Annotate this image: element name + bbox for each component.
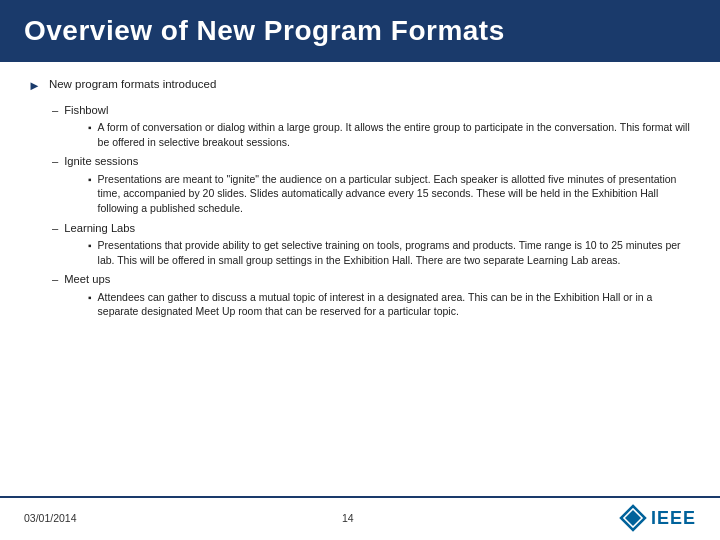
section-learning-label: Learning Labs — [64, 220, 135, 236]
section-meetups-label: Meet ups — [64, 271, 110, 287]
meetups-bullet-1: ▪ Attendees can gather to discuss a mutu… — [88, 290, 692, 319]
slide: Overview of New Program Formats ► New pr… — [0, 0, 720, 540]
top-bullet: ► New program formats introduced — [28, 76, 692, 96]
section-fishbowl-header: – Fishbowl — [52, 102, 692, 118]
slide-footer: 03/01/2014 14 IEEE — [0, 496, 720, 540]
sub-bullet-marker-icon: ▪ — [88, 121, 92, 136]
learning-bullet-1: ▪ Presentations that provide ability to … — [88, 238, 692, 267]
ignite-bullet-1: ▪ Presentations are meant to "ignite" th… — [88, 172, 692, 216]
footer-page-number: 14 — [342, 512, 354, 524]
section-learning-header: – Learning Labs — [52, 220, 692, 236]
ieee-diamond-icon — [619, 504, 647, 532]
section-fishbowl-label: Fishbowl — [64, 102, 108, 118]
slide-title: Overview of New Program Formats — [24, 15, 505, 47]
dash-icon-2: – — [52, 153, 58, 169]
top-bullet-text: New program formats introduced — [49, 76, 216, 93]
slide-content: ► New program formats introduced – Fishb… — [0, 62, 720, 496]
dash-icon-3: – — [52, 220, 58, 236]
section-meetups-header: – Meet ups — [52, 271, 692, 287]
ignite-bullet-text: Presentations are meant to "ignite" the … — [98, 172, 692, 216]
section-ignite-label: Ignite sessions — [64, 153, 138, 169]
ieee-logo: IEEE — [619, 504, 696, 532]
sub-bullet-marker-icon-4: ▪ — [88, 291, 92, 306]
sub-sections: – Fishbowl ▪ A form of conversation or d… — [52, 102, 692, 319]
fishbowl-bullet-text: A form of conversation or dialog within … — [98, 120, 692, 149]
dash-icon-4: – — [52, 271, 58, 287]
fishbowl-bullet-1: ▪ A form of conversation or dialog withi… — [88, 120, 692, 149]
sub-bullet-marker-icon-3: ▪ — [88, 239, 92, 254]
meetups-bullet-text: Attendees can gather to discuss a mutual… — [98, 290, 692, 319]
slide-header: Overview of New Program Formats — [0, 0, 720, 62]
footer-date: 03/01/2014 — [24, 512, 77, 524]
ieee-text-label: IEEE — [651, 508, 696, 529]
learning-bullet-text: Presentations that provide ability to ge… — [98, 238, 692, 267]
bullet-arrow-icon: ► — [28, 77, 41, 96]
section-ignite-header: – Ignite sessions — [52, 153, 692, 169]
sub-bullet-marker-icon-2: ▪ — [88, 173, 92, 188]
dash-icon: – — [52, 102, 58, 118]
